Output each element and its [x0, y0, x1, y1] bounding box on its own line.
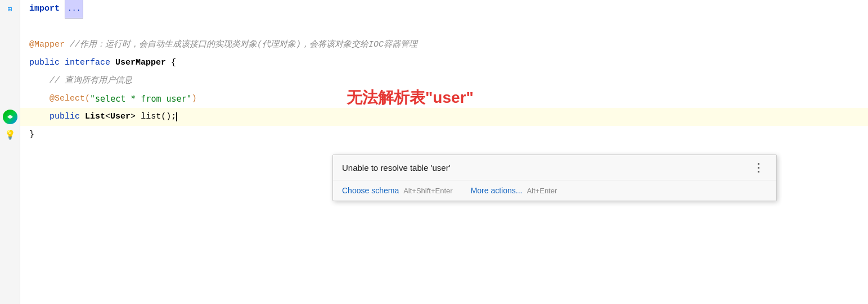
import-dots[interactable]: ... [65, 0, 83, 19]
empty-line-icon-4 [0, 72, 20, 90]
list-type: List [85, 108, 105, 126]
import-line-content: import ... [29, 0, 83, 19]
import-keyword: import [29, 0, 60, 18]
svg-point-0 [8, 115, 12, 119]
indent [29, 108, 50, 126]
lightbulb-icon-container[interactable]: 💡 [0, 126, 20, 144]
more-actions-link[interactable]: More actions... [471, 186, 523, 195]
list-line-content: public List < User > list(); [29, 108, 177, 126]
mapper-comment: //作用：运行时，会自动生成该接口的实现类对象(代理对象)，会将该对象交给IOC… [65, 36, 417, 54]
import-space [60, 0, 65, 18]
select-line: @Select( "select * from user" ) [20, 90, 868, 108]
select-close: ) [192, 90, 197, 108]
mapper-line-content: @Mapper //作用：运行时，会自动生成该接口的实现类对象(代理对象)，会将… [29, 36, 417, 54]
ide-logo-icon[interactable] [0, 108, 20, 126]
editor-container: ⊞ 💡 import ... [0, 0, 868, 304]
interface-keyword: interface [65, 54, 110, 72]
list-line: public List < User > list(); [20, 108, 868, 126]
tooltip-header: Unable to resolve table 'user' ⋮ [333, 155, 776, 180]
comment-line-content: // 查询所有用户信息 [29, 72, 132, 90]
class-name: UserMapper [115, 54, 166, 72]
mapper-annotation: @Mapper [29, 36, 65, 54]
generic-close: > [131, 108, 136, 126]
left-sidebar: ⊞ 💡 [0, 0, 20, 304]
tooltip-popup: Unable to resolve table 'user' ⋮ Choose … [332, 155, 777, 201]
space4 [136, 108, 141, 126]
fold-icon[interactable]: ⊞ [8, 5, 12, 13]
empty-line-icon-2 [0, 36, 20, 54]
public-keyword2: public [50, 108, 80, 126]
code-area: import ... @Mapper //作用：运行时，会自动生成该接口的实现类… [20, 0, 868, 304]
empty-line-1 [20, 18, 868, 36]
user-type: User [110, 108, 131, 126]
choose-schema-link[interactable]: Choose schema [342, 186, 399, 195]
space3 [80, 108, 85, 126]
space2 [110, 54, 115, 72]
cursor [176, 112, 177, 121]
tooltip-more-button[interactable]: ⋮ [750, 161, 767, 174]
mapper-line: @Mapper //作用：运行时，会自动生成该接口的实现类对象(代理对象)，会将… [20, 36, 868, 54]
empty-line-icon-5 [0, 90, 20, 108]
tooltip-actions: Choose schema Alt+Shift+Enter More actio… [333, 180, 776, 201]
method-name: list(); [141, 108, 176, 126]
select-annotation: @Select( [29, 90, 90, 108]
comment-line: // 查询所有用户信息 [20, 72, 868, 90]
choose-schema-shortcut: Alt+Shift+Enter [403, 187, 452, 195]
closing-brace-line: } [20, 126, 868, 144]
closing-brace-content: } [29, 126, 34, 144]
ide-logo-svg [6, 112, 15, 121]
generic-open: < [105, 108, 110, 126]
interface-line: public interface UserMapper { [20, 54, 868, 72]
tooltip-title: Unable to resolve table 'user' [342, 163, 451, 173]
fold-icon-line[interactable]: ⊞ [0, 0, 20, 18]
ide-logo-circle [3, 110, 17, 124]
empty-line-icon-1 [0, 18, 20, 36]
closing-brace: } [29, 126, 34, 144]
brace-open: { [166, 54, 176, 72]
lightbulb-icon[interactable]: 💡 [5, 129, 16, 140]
query-comment: // 查询所有用户信息 [29, 72, 132, 90]
public-keyword: public [29, 54, 60, 72]
select-string: "select * from user" [90, 90, 192, 108]
interface-line-content: public interface UserMapper { [29, 54, 176, 72]
space1 [60, 54, 65, 72]
import-line: import ... [20, 0, 868, 18]
more-actions-shortcut: Alt+Enter [527, 187, 557, 195]
empty-line-icon-3 [0, 54, 20, 72]
select-line-content: @Select( "select * from user" ) [29, 90, 197, 108]
